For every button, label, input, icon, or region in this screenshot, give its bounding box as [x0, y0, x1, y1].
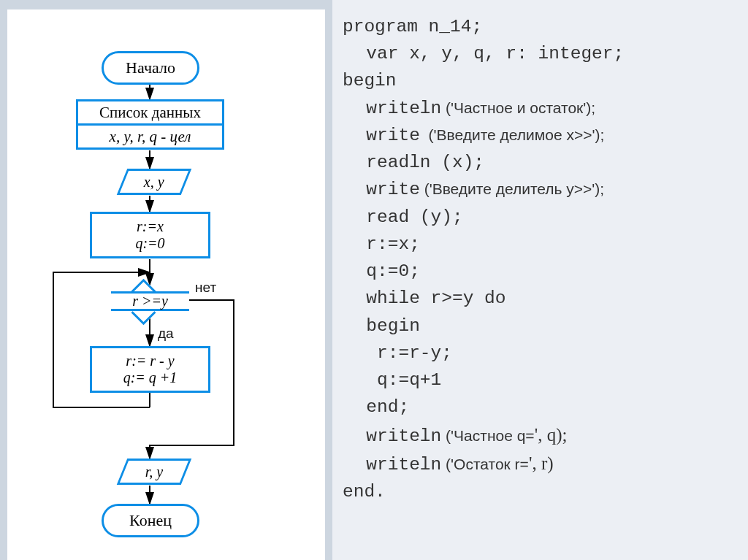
- code-line-14: q:=q+1: [343, 367, 742, 394]
- code-line-11: while r>=y do: [343, 285, 742, 312]
- flow-loop-l2: q:= q +1: [123, 369, 178, 386]
- flow-loop-l1: r:= r - y: [126, 353, 174, 369]
- code-line-3: begin: [343, 67, 742, 94]
- code-line-5: write ('Введите делимое x>>');: [343, 122, 742, 149]
- edge-no-label: нет: [195, 280, 216, 296]
- flow-io-input: x, y: [117, 169, 192, 195]
- flowchart-panel: Начало Список данных x, y, r, q - цел x,…: [0, 0, 332, 560]
- flow-vars-label: x, y, r, q - цел: [110, 128, 191, 146]
- flow-vars: x, y, r, q - цел: [76, 123, 224, 150]
- code-line-15: end;: [343, 394, 742, 421]
- flow-decision-label: r >=y: [111, 289, 189, 312]
- code-line-9: r:=x;: [343, 231, 742, 258]
- flow-assign1-l2: q:=0: [135, 235, 164, 252]
- code-line-1: program n_14;: [343, 13, 742, 40]
- flow-datalist-label: Список данных: [99, 104, 201, 122]
- code-line-10: q:=0;: [343, 258, 742, 285]
- flow-start: Начало: [102, 51, 199, 85]
- edge-yes-label: да: [158, 326, 174, 342]
- flow-io-input-label: x, y: [144, 174, 164, 191]
- code-line-8: read (y);: [343, 204, 742, 231]
- code-line-18: end.: [343, 478, 742, 505]
- flow-io-output-label: r, y: [145, 464, 163, 480]
- flow-end-label: Конец: [129, 511, 172, 530]
- code-line-13: r:=r-y;: [343, 340, 742, 367]
- flow-assign1-l1: r:=x: [137, 218, 164, 235]
- flow-end: Конец: [102, 504, 199, 537]
- flow-datalist: Список данных: [76, 99, 224, 126]
- code-line-2: var x, y, q, r: integer;: [343, 40, 742, 67]
- flow-loop-body: r:= r - y q:= q +1: [90, 346, 210, 393]
- code-line-17: writeln ('Остаток r=', r): [343, 450, 742, 478]
- code-line-12: begin: [343, 312, 742, 340]
- code-line-16: writeln ('Частное q=', q);: [343, 421, 742, 450]
- code-line-4: writeln ('Частное и остаток');: [343, 95, 742, 122]
- flow-io-output: r, y: [117, 459, 192, 485]
- flow-assign1: r:=x q:=0: [90, 212, 210, 258]
- flow-start-label: Начало: [126, 58, 175, 77]
- code-line-7: write ('Введите делитель y>>');: [343, 176, 742, 203]
- code-panel: program n_14; var x, y, q, r: integer; b…: [332, 0, 748, 560]
- code-line-6: readln (x);: [343, 149, 742, 176]
